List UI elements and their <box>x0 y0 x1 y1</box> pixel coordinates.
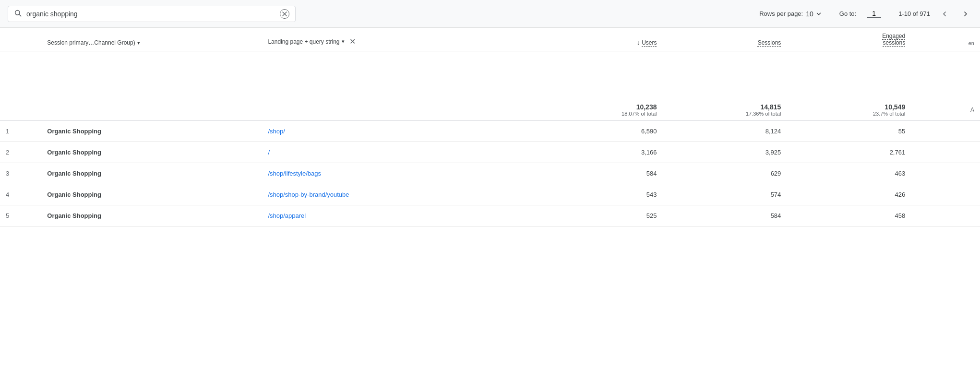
row-dim2[interactable]: /shop/shop-by-brand/youtube <box>262 184 538 205</box>
row-extra <box>911 205 980 226</box>
col-num-header <box>0 28 41 51</box>
data-table: Session primary…Channel Group) ▾ Landing… <box>0 28 980 226</box>
row-sessions: 629 <box>662 163 787 184</box>
summary-users: 10,238 18.07% of total <box>538 99 663 121</box>
row-users: 543 <box>538 184 663 205</box>
table-row: 1 Organic Shopping /shop/ 6,590 8,124 55 <box>0 120 980 142</box>
dim2-header-label: Landing page + query string <box>268 38 339 45</box>
table-row: 5 Organic Shopping /shop/apparel 525 584… <box>0 205 980 226</box>
rows-per-page-label: Rows per page: <box>759 10 803 17</box>
row-sessions: 8,124 <box>662 120 787 142</box>
col-dim2-header: Landing page + query string ▾ ✕ <box>262 28 538 51</box>
goto-label: Go to: <box>839 10 856 17</box>
extra-header-label: en <box>968 40 974 46</box>
toolbar: Rows per page: 10 Go to: 1-10 of 971 <box>0 0 980 28</box>
row-engaged: 426 <box>787 184 911 205</box>
table-row: 4 Organic Shopping /shop/shop-by-brand/y… <box>0 184 980 205</box>
col-engaged-header: Engagedsessions <box>787 28 911 51</box>
rows-dropdown-icon <box>815 11 822 17</box>
row-engaged: 2,761 <box>787 142 911 163</box>
row-extra <box>911 163 980 184</box>
row-num: 4 <box>0 184 41 205</box>
sort-down-icon: ↓ <box>637 39 640 46</box>
engaged-header-label[interactable]: Engagedsessions <box>882 33 905 46</box>
row-dim1: Organic Shopping <box>41 142 262 163</box>
table-row: 3 Organic Shopping /shop/lifestyle/bags … <box>0 163 980 184</box>
dim1-header-label: Session primary…Channel Group) <box>47 39 135 46</box>
sessions-header-label[interactable]: Sessions <box>758 39 781 46</box>
row-num: 3 <box>0 163 41 184</box>
summary-users-value: 10,238 <box>544 103 657 111</box>
row-num: 1 <box>0 120 41 142</box>
summary-engaged-value: 10,549 <box>792 103 905 111</box>
row-engaged: 463 <box>787 163 911 184</box>
row-users: 525 <box>538 205 663 226</box>
search-icon <box>14 9 22 19</box>
dim2-chevron-icon: ▾ <box>342 38 345 45</box>
row-dim2[interactable]: /shop/apparel <box>262 205 538 226</box>
table-row: 2 Organic Shopping / 3,166 3,925 2,761 <box>0 142 980 163</box>
row-num: 5 <box>0 205 41 226</box>
row-extra <box>911 142 980 163</box>
row-sessions: 574 <box>662 184 787 205</box>
svg-line-1 <box>19 14 21 16</box>
row-dim2[interactable]: / <box>262 142 538 163</box>
summary-row: 10,238 18.07% of total 14,815 17.36% of … <box>0 99 980 121</box>
search-input[interactable] <box>26 10 275 18</box>
chevron-right-icon <box>962 10 969 18</box>
summary-sessions-pct: 17.36% of total <box>668 111 781 117</box>
row-extra <box>911 120 980 142</box>
summary-engaged-pct: 23.7% of total <box>792 111 905 117</box>
pagination-info: 1-10 of 971 <box>898 10 930 17</box>
summary-users-pct: 18.07% of total <box>544 111 657 117</box>
col-sessions-header: Sessions <box>662 28 787 51</box>
row-dim2[interactable]: /shop/ <box>262 120 538 142</box>
dim2-filter-button[interactable]: Landing page + query string ▾ <box>268 38 344 45</box>
row-num: 2 <box>0 142 41 163</box>
summary-engaged: 10,549 23.7% of total <box>787 99 911 121</box>
rows-per-page-value: 10 <box>806 10 813 18</box>
col-extra-header: en <box>911 28 980 51</box>
next-page-button[interactable] <box>959 8 972 20</box>
row-dim1: Organic Shopping <box>41 205 262 226</box>
dim1-chevron-icon: ▾ <box>137 40 140 46</box>
summary-sessions: 14,815 17.36% of total <box>662 99 787 121</box>
row-extra <box>911 184 980 205</box>
users-header-label[interactable]: Users <box>642 39 657 46</box>
summary-extra-value: A <box>917 107 974 113</box>
rows-per-page-dropdown[interactable]: 10 <box>806 10 822 18</box>
row-users: 584 <box>538 163 663 184</box>
row-users: 3,166 <box>538 142 663 163</box>
row-engaged: 458 <box>787 205 911 226</box>
summary-extra: A <box>911 99 980 121</box>
col-dim1-header: Session primary…Channel Group) ▾ <box>41 28 262 51</box>
remove-dim2-button[interactable]: ✕ <box>347 37 358 46</box>
row-users: 6,590 <box>538 120 663 142</box>
row-dim1: Organic Shopping <box>41 120 262 142</box>
chevron-left-icon <box>941 10 948 18</box>
search-box <box>8 6 296 22</box>
col-users-header: ↓ Users <box>538 28 663 51</box>
row-dim2[interactable]: /shop/lifestyle/bags <box>262 163 538 184</box>
summary-sessions-value: 14,815 <box>668 103 781 111</box>
dim1-filter-button[interactable]: Session primary…Channel Group) ▾ <box>47 39 140 46</box>
prev-page-button[interactable] <box>938 8 951 20</box>
row-sessions: 3,925 <box>662 142 787 163</box>
clear-search-button[interactable] <box>280 9 289 19</box>
goto-input[interactable] <box>867 10 881 18</box>
row-engaged: 55 <box>787 120 911 142</box>
row-dim1: Organic Shopping <box>41 163 262 184</box>
rows-per-page-section: Rows per page: 10 <box>759 10 822 18</box>
row-sessions: 584 <box>662 205 787 226</box>
row-dim1: Organic Shopping <box>41 184 262 205</box>
